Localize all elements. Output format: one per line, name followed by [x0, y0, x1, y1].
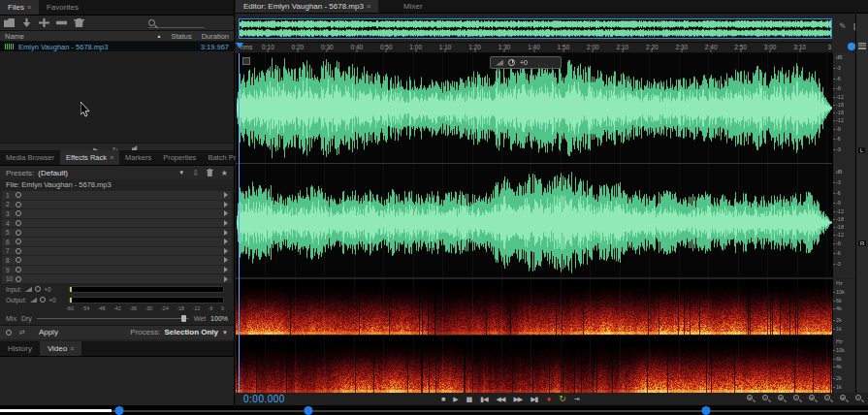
effect-slot[interactable]: 5	[2, 228, 232, 237]
effect-slot-arrow-icon[interactable]	[224, 276, 228, 282]
zoom-to-out-point-button[interactable]: -	[824, 395, 833, 403]
effect-power-icon[interactable]	[16, 202, 21, 208]
tab-media-browser[interactable]: Media Browser	[0, 150, 60, 165]
video-progress-bar[interactable]	[0, 405, 868, 415]
zoom-to-in-point-button[interactable]: +	[809, 395, 818, 403]
open-folder-icon[interactable]	[4, 18, 15, 27]
save-preset-icon[interactable]: ⇩	[192, 169, 199, 177]
effect-slot-arrow-icon[interactable]	[224, 202, 228, 208]
preset-dropdown-icon[interactable]: ▼	[178, 170, 184, 176]
effect-power-icon[interactable]	[16, 276, 21, 282]
effect-slot[interactable]: 7	[2, 247, 232, 256]
delete-preset-icon[interactable]	[207, 169, 213, 176]
loop-playback-button[interactable]: ↻	[559, 395, 565, 403]
effect-slot-arrow-icon[interactable]	[224, 192, 228, 198]
frequency-scale[interactable]: Hz10k6k4k2k1kHz10k6k4k2k1k	[832, 279, 855, 393]
spectral-pin-icon[interactable]	[242, 57, 250, 65]
effect-slot[interactable]: 8	[2, 256, 232, 265]
progress-track[interactable]	[0, 410, 868, 412]
ruler-marker-icon[interactable]	[848, 43, 855, 50]
pause-button[interactable]: ▮▮	[466, 396, 472, 402]
trash-icon[interactable]	[74, 18, 84, 27]
preset-value[interactable]: (Default)	[38, 169, 68, 177]
amplitude-scale[interactable]: dB-3-3-6-6-9-9-12-12-18-18dB-3-3-6-6-9-9…	[832, 53, 855, 277]
mix-slider[interactable]	[37, 318, 189, 319]
tab-favorites[interactable]: Favorites	[39, 0, 86, 15]
tab-properties[interactable]: Properties	[157, 150, 202, 165]
progress-marker[interactable]	[304, 406, 312, 415]
channel-label-right[interactable]: R	[858, 240, 866, 246]
tab-history[interactable]: History	[0, 341, 40, 356]
edit-pencil-icon[interactable]: ✎	[839, 21, 847, 31]
effect-power-icon[interactable]	[16, 257, 21, 263]
volume-hud[interactable]: +0	[490, 56, 562, 69]
output-gain-value[interactable]: +0	[48, 297, 55, 303]
rack-toggle-icon[interactable]: ⇄	[19, 329, 25, 336]
extract-audio-icon[interactable]	[56, 18, 67, 27]
column-duration[interactable]: Duration	[202, 32, 229, 41]
effect-power-icon[interactable]	[16, 248, 21, 254]
hud-gain-value[interactable]: +0	[520, 59, 528, 66]
column-status[interactable]: Status	[171, 32, 191, 41]
tab-files[interactable]: Files ≡	[0, 0, 39, 15]
move-to-previous-button[interactable]: ▮◀	[480, 396, 487, 402]
effect-slot[interactable]: 1	[2, 191, 232, 200]
input-fader-icon[interactable]	[24, 286, 32, 292]
effect-slot-arrow-icon[interactable]	[224, 210, 228, 216]
column-name[interactable]: Name	[5, 32, 24, 41]
sort-ascending-icon[interactable]: ▲	[156, 33, 161, 39]
skip-selection-button[interactable]: ⇥	[574, 396, 579, 402]
tab-mixer[interactable]: Mixer	[396, 0, 431, 13]
effect-slot[interactable]: 6	[2, 238, 232, 246]
playhead-line[interactable]	[239, 53, 240, 393]
tab-editor[interactable]: Editor: Emlyn Vaughan - 5678.mp3 ≡	[236, 0, 378, 13]
import-file-icon[interactable]	[21, 18, 32, 27]
mix-slider-handle[interactable]	[181, 315, 186, 322]
effect-power-icon[interactable]	[16, 230, 21, 236]
new-item-icon[interactable]	[39, 18, 49, 27]
play-button[interactable]: ▶	[453, 396, 457, 402]
effect-slot[interactable]: 2	[2, 201, 232, 209]
favorite-star-icon[interactable]: ★	[221, 169, 228, 177]
files-empty-area[interactable]	[0, 51, 234, 143]
process-dropdown-icon[interactable]: ▼	[222, 330, 228, 335]
waveform-display[interactable]	[236, 53, 832, 277]
file-row[interactable]: Emlyn Vaughan - 5678.mp3 3:19.967	[0, 42, 234, 51]
zoom-out-amplitude-button[interactable]: -	[793, 395, 802, 403]
panel-options-icon[interactable]	[858, 43, 866, 49]
effect-slot-arrow-icon[interactable]	[224, 267, 228, 272]
zoom-in-time-button[interactable]: +	[747, 395, 755, 403]
effect-power-icon[interactable]	[16, 239, 21, 244]
tab-video[interactable]: Video ≡	[40, 341, 81, 356]
zoom-in-amplitude-button[interactable]: +	[778, 395, 787, 403]
effect-power-icon[interactable]	[16, 210, 21, 216]
effect-slot-arrow-icon[interactable]	[224, 220, 228, 226]
stop-button[interactable]: ■	[441, 396, 444, 402]
rack-power-icon[interactable]	[6, 330, 12, 335]
channel-label-left[interactable]: L	[858, 147, 865, 153]
panel-menu-icon[interactable]: ≡	[110, 154, 113, 161]
playhead-handle[interactable]	[236, 43, 243, 48]
tab-markers[interactable]: Markers	[119, 150, 157, 165]
effect-slot-arrow-icon[interactable]	[224, 230, 228, 236]
panel-menu-icon[interactable]: ≡	[27, 4, 31, 11]
effect-slot[interactable]: 3	[2, 209, 232, 218]
files-column-header[interactable]: Name ▲ Status Duration	[0, 31, 234, 42]
tab-effects-rack[interactable]: Effects Rack≡	[60, 150, 119, 165]
effect-slot-arrow-icon[interactable]	[224, 239, 228, 244]
overview-navigator[interactable]	[239, 18, 832, 39]
effect-slot[interactable]: 4	[2, 219, 232, 228]
input-power-icon[interactable]	[35, 286, 41, 292]
zoom-to-selection-button[interactable]: +	[840, 395, 849, 403]
effect-slot[interactable]: 9	[2, 266, 232, 274]
panel-menu-icon[interactable]: ≡	[367, 3, 370, 10]
output-power-icon[interactable]	[40, 297, 46, 303]
search-input[interactable]	[148, 17, 205, 28]
timeline-ruler[interactable]: hms 3 0:100:200:300:400:501:001:101:201:…	[239, 42, 832, 53]
effect-power-icon[interactable]	[16, 220, 21, 226]
input-gain-value[interactable]: +0	[44, 286, 50, 293]
effect-slot[interactable]: 10	[2, 274, 232, 283]
effect-slot-arrow-icon[interactable]	[224, 248, 228, 254]
spectral-display[interactable]	[236, 279, 832, 393]
process-value[interactable]: Selection Only	[164, 328, 218, 336]
